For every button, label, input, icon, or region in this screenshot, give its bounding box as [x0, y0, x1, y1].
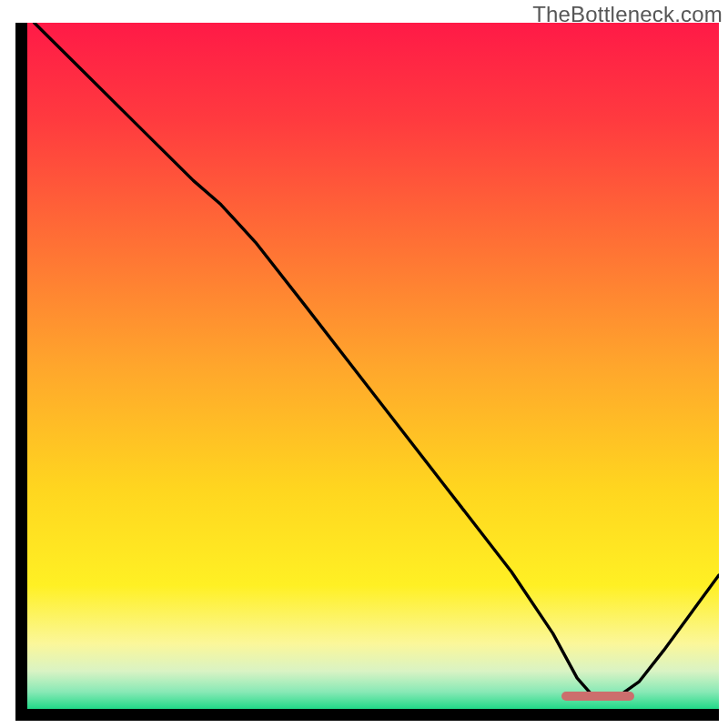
- chart-container: TheBottleneck.com: [0, 0, 728, 728]
- minimum-marker: [561, 692, 635, 701]
- curve-layer: [27, 23, 719, 709]
- watermark-text: TheBottleneck.com: [532, 2, 723, 27]
- plot-frame: [15, 23, 719, 721]
- plot-area: [27, 23, 719, 709]
- data-curve: [35, 23, 719, 696]
